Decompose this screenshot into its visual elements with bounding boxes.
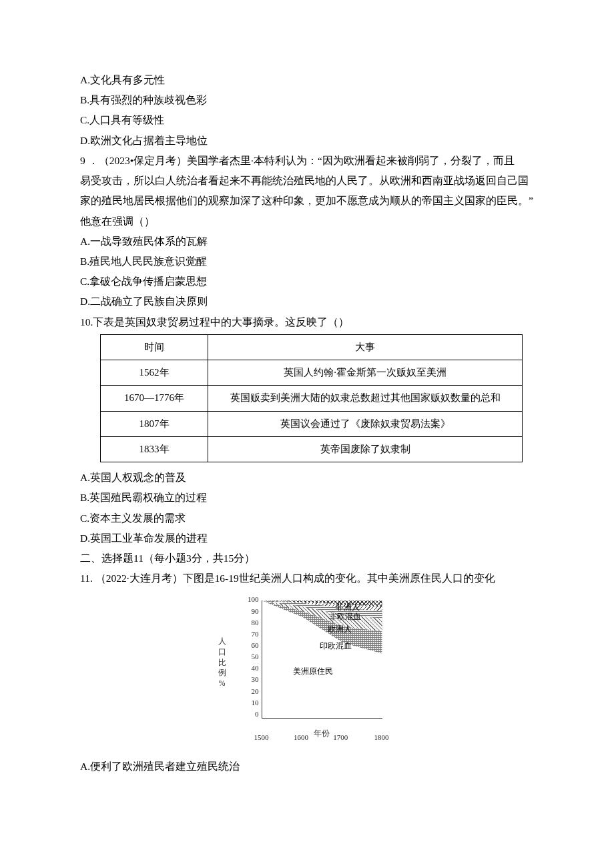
section2-heading: 二、选择题11（每小题3分，共15分） <box>80 548 537 568</box>
table-row: 1562年 英国人约翰·霍金斯第一次贩奴至美洲 <box>101 360 523 386</box>
q9-option-b: B.殖民地人民民族意识觉醒 <box>80 252 537 272</box>
q9-stem-line4: 他意在强调（） <box>80 211 537 232</box>
table-row: 1833年 英帝国废除了奴隶制 <box>101 436 523 462</box>
chart-plot-area: 非洲人 非欧混血 欧洲人 印欧混血 美洲原住民 <box>262 600 382 719</box>
table-row: 1670—1776年 英国贩卖到美洲大陆的奴隶总数超过其他国家贩奴数量的总和 <box>101 386 523 411</box>
table-cell: 英国议会通过了《废除奴隶贸易法案》 <box>208 411 523 436</box>
q10-table: 时间 大事 1562年 英国人约翰·霍金斯第一次贩奴至美洲 1670—1776年… <box>100 334 523 462</box>
q10-option-c: C.资本主义发展的需求 <box>80 508 537 528</box>
q8-option-a: A.文化具有多元性 <box>80 70 537 90</box>
q8-option-c: C.人口具有等级性 <box>80 110 537 130</box>
q11-option-a: A.便利了欧洲殖民者建立殖民统治 <box>80 757 537 777</box>
q9-option-d: D.二战确立了民族自决原则 <box>80 292 537 312</box>
table-cell: 1562年 <box>101 360 208 386</box>
q9-stem-line2: 易受攻击，所以白人统治者看起来不再能统治殖民地的人民了。从欧洲和西南亚战场返回自… <box>80 171 537 191</box>
q8-option-b: B.具有强烈的种族歧视色彩 <box>80 90 537 110</box>
table-row: 1807年 英国议会通过了《废除奴隶贸易法案》 <box>101 411 523 436</box>
q10-option-b: B.英国殖民霸权确立的过程 <box>80 488 537 508</box>
q10-option-d: D.英国工业革命发展的进程 <box>80 528 537 548</box>
table-cell: 1833年 <box>101 436 208 462</box>
table-header-event: 大事 <box>208 334 523 360</box>
q9-option-a: A.一战导致殖民体系的瓦解 <box>80 232 537 252</box>
q10-stem: 10.下表是英国奴隶贸易过程中的大事摘录。这反映了（） <box>80 312 537 332</box>
table-row: 时间 大事 <box>101 334 523 360</box>
population-chart: 人口比例 % 100 90 80 70 60 50 40 30 20 10 0 <box>212 596 406 747</box>
q8-option-d: D.欧洲文化占据着主导地位 <box>80 131 537 151</box>
table-cell: 英帝国废除了奴隶制 <box>208 436 523 462</box>
table-cell: 英国人约翰·霍金斯第一次贩奴至美洲 <box>208 360 523 386</box>
area-indoeuro <box>262 600 382 718</box>
chart-xlabel: 年份 <box>262 726 382 741</box>
chart-ylabel: 人口比例 % <box>218 636 227 689</box>
q9-stem-line1: 9 ．（2023•保定月考）美国学者杰里·本特利认为：“因为欧洲看起来被削弱了，… <box>80 151 537 171</box>
q9-stem-line3: 家的殖民地居民根据他们的观察加深了这种印象，更加不愿意成为顺从的帝国主义国家的臣… <box>80 191 537 211</box>
chart-label-native: 美洲原住民 <box>293 667 333 676</box>
q11-stem: 11. （2022·大连月考）下图是16-19世纪美洲人口构成的变化。其中美洲原… <box>80 568 537 588</box>
q9-option-c: C.拿破仑战争传播启蒙思想 <box>80 272 537 292</box>
q10-option-a: A.英国人权观念的普及 <box>80 468 537 488</box>
table-header-time: 时间 <box>101 334 208 360</box>
table-cell: 1807年 <box>101 411 208 436</box>
table-cell: 英国贩卖到美洲大陆的奴隶总数超过其他国家贩奴数量的总和 <box>208 386 523 411</box>
table-cell: 1670—1776年 <box>101 386 208 411</box>
